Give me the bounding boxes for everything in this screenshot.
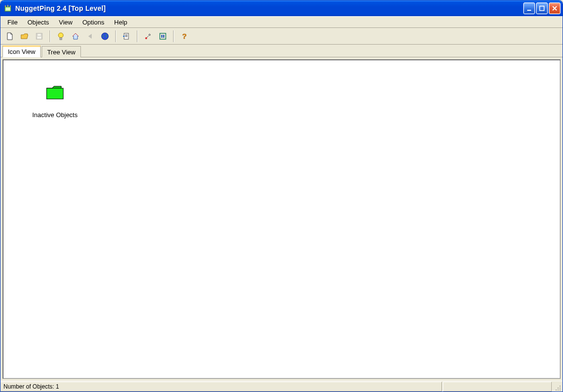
svg-point-11	[145, 37, 147, 39]
svg-rect-1	[6, 8, 10, 10]
titlebar: NuggetPing 2.4 [Top Level]	[0, 0, 563, 16]
save-button[interactable]	[33, 30, 46, 43]
content-area[interactable]: Inactive Objects	[2, 59, 561, 379]
toolbar-separator	[173, 30, 174, 42]
minimize-button[interactable]	[523, 2, 535, 14]
report-button[interactable]	[120, 30, 133, 43]
svg-text:?: ?	[182, 32, 186, 40]
home-button[interactable]	[69, 30, 82, 43]
svg-rect-5	[37, 37, 41, 39]
svg-point-9	[102, 33, 108, 40]
svg-rect-16	[47, 88, 63, 99]
menubar: File Objects View Options Help	[0, 16, 563, 28]
svg-rect-8	[60, 38, 62, 40]
pause-button[interactable]	[156, 30, 169, 43]
svg-rect-3	[540, 6, 544, 11]
help-button[interactable]: ?	[178, 30, 191, 43]
status-text: Number of Objects: 1	[0, 382, 442, 392]
menu-view[interactable]: View	[54, 17, 77, 27]
globe-button[interactable]	[99, 30, 111, 43]
folder-icon	[45, 84, 65, 101]
menu-objects[interactable]: Objects	[23, 17, 54, 27]
svg-rect-10	[124, 33, 128, 39]
svg-rect-13	[161, 35, 162, 38]
menu-help[interactable]: Help	[109, 17, 132, 27]
statusbar: Number of Objects: 1	[0, 381, 563, 392]
status-aux	[443, 382, 552, 392]
svg-rect-4	[36, 33, 42, 39]
toolbar-separator	[137, 30, 138, 42]
window-title: NuggetPing 2.4 [Top Level]	[15, 4, 106, 12]
menu-file[interactable]: File	[2, 17, 23, 27]
resize-grip[interactable]	[553, 382, 562, 392]
folder-label: Inactive Objects	[26, 111, 84, 119]
open-button[interactable]	[18, 30, 31, 43]
menu-options[interactable]: Options	[77, 17, 109, 27]
tab-tree-view[interactable]: Tree View	[42, 46, 81, 57]
new-button[interactable]	[3, 30, 16, 43]
svg-rect-14	[163, 35, 164, 38]
tabstrip: Icon View Tree View	[0, 45, 563, 57]
hint-button[interactable]	[54, 30, 67, 43]
tab-icon-view[interactable]: Icon View	[2, 46, 41, 57]
svg-point-7	[58, 33, 63, 38]
folder-inactive-objects[interactable]: Inactive Objects	[26, 84, 84, 119]
content-wrap: Inactive Objects	[0, 57, 563, 381]
back-button[interactable]	[84, 30, 97, 43]
close-button[interactable]	[549, 2, 561, 14]
svg-rect-2	[527, 10, 531, 11]
toolbar-separator	[50, 30, 51, 42]
tools-button[interactable]	[142, 30, 154, 43]
svg-rect-6	[38, 34, 41, 36]
toolbar-separator	[115, 30, 116, 42]
maximize-button[interactable]	[536, 2, 548, 14]
svg-rect-12	[160, 33, 166, 39]
app-icon	[3, 4, 12, 13]
toolbar: ?	[0, 28, 563, 45]
